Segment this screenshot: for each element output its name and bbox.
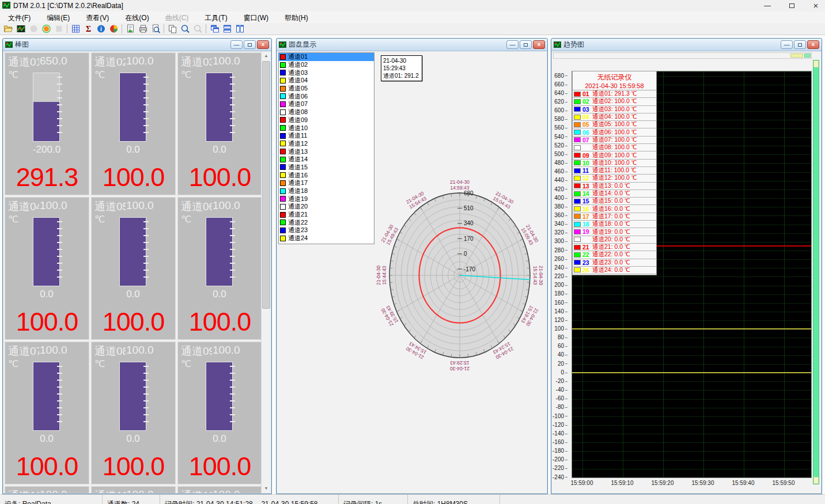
svg-text:14:59:43: 14:59:43 [450,185,469,191]
legend-row[interactable]: 22通道22: 0.0 ℃ [573,251,656,259]
minimize-button[interactable]: — [781,40,793,49]
zoom-icon[interactable] [179,24,191,35]
legend-row[interactable]: 14通道14: 0.0 ℃ [573,190,656,198]
legend-channel-value: 通道12: 100.0 ℃ [592,174,637,182]
bar-window-scrollbar[interactable]: ▲ ▼ [261,51,271,493]
scroll-down-icon[interactable]: ▼ [262,484,271,493]
legend-row[interactable]: 15通道15: 0.0 ℃ [573,198,656,205]
scale-min-label: 0.0 [178,433,261,445]
close-icon[interactable]: × [807,40,819,49]
statistics-sigma-icon[interactable]: Σ [82,24,94,35]
legend-channel-number: 01 [582,90,592,97]
legend-channel-value: 通道09: 100.0 ℃ [592,151,637,160]
legend-row[interactable]: 02通道02: 100.0 ℃ [573,98,656,105]
legend-row[interactable]: 08通道08: 100.0 ℃ [573,144,656,151]
legend-row[interactable]: 20通道20: 0.0 ℃ [573,236,656,244]
pie-chart-icon[interactable] [107,24,120,35]
legend-row[interactable]: 19通道19: 0.0 ℃ [573,228,656,236]
trend-window-title: 趋势图 [563,40,779,50]
bar-gauge-ticks [57,366,62,428]
minimize-button[interactable]: — [506,40,519,49]
legend-row[interactable]: 21通道21: 0.0 ℃ [573,244,656,251]
scrollbar-button[interactable] [804,54,811,58]
legend-row[interactable]: 09通道09: 100.0 ℃ [573,151,656,159]
scale-min-label: 0.0 [92,289,175,300]
y-axis-label: 500 [552,151,567,157]
y-axis-label: 60 [552,343,567,349]
data-table-icon[interactable] [69,24,82,35]
legend-row[interactable]: 05通道05: 100.0 ℃ [573,121,656,128]
disc-window-title: 圆盘显示 [289,40,505,50]
trend-vertical-scrollbar[interactable] [813,60,819,484]
legend-channel-number: 11 [582,167,592,174]
y-axis-label: -20 [552,378,567,384]
record-icon[interactable] [40,24,52,35]
legend-channel-value: 通道07: 100.0 ℃ [592,136,637,144]
toolbar-separator [122,24,122,33]
scale-min-label: 0.0 [92,144,175,156]
maximize-button[interactable] [520,40,532,49]
disc-window-titlebar[interactable]: 圆盘显示 — × [277,39,547,51]
disc-display-window: 圆盘显示 — × 通道01通道02通道03通道04通道05通道06通道07通道0… [276,38,548,494]
legend-channel-number: 16 [582,206,592,213]
legend-row[interactable]: 03通道03: 100.0 ℃ [573,106,656,113]
legend-row[interactable]: 07通道07: 100.0 ℃ [573,137,656,144]
legend-channel-value: 通道02: 100.0 ℃ [592,97,637,105]
maximize-button[interactable] [244,40,256,49]
open-file-icon[interactable] [2,24,14,35]
trend-line [572,372,811,373]
app-titlebar: DTM 2.0.1 [C:\DTM 2.0.2\RealData] — × [0,0,825,12]
print-preview-icon[interactable] [149,24,162,35]
bar-window-titlebar[interactable]: 棒图 — × [3,39,271,51]
cascade-windows-icon[interactable] [208,24,221,35]
legend-row[interactable]: 18通道18: 0.0 ℃ [573,221,656,228]
print-icon[interactable] [137,24,149,35]
scrollbar-button[interactable] [813,477,819,484]
minimize-button[interactable]: — [230,40,243,49]
legend-row[interactable]: 16通道16: 0.0 ℃ [573,205,656,213]
legend-row[interactable]: 10通道10: 100.0 ℃ [573,160,656,167]
legend-row[interactable]: 13通道13: 0.0 ℃ [573,183,656,190]
channel-name-label: 通道06 [181,199,212,214]
polar-scale-label: -170 [464,266,475,272]
export-file-icon[interactable] [124,24,137,35]
scrollbar-thumb[interactable] [790,54,803,58]
legend-row[interactable]: 11通道11: 100.0 ℃ [573,167,656,175]
tile-vertical-icon[interactable] [233,24,246,35]
legend-row[interactable]: 12通道12: 100.0 ℃ [573,175,656,182]
y-axis-label: -80 [552,404,567,410]
realtime-curve-icon[interactable] [14,24,27,35]
app-close-button[interactable]: × [810,1,822,11]
copy-icon[interactable] [166,24,179,35]
legend-row[interactable]: 01通道01: 291.3 ℃ [573,90,656,98]
legend-color-swatch [574,130,581,135]
legend-row[interactable]: 24通道24: 0.0 ℃ [573,267,656,274]
info-icon[interactable]: i [94,24,107,35]
scrollbar-thumb[interactable] [262,61,270,309]
scrollbar-thumb[interactable] [813,60,819,67]
bar-gauge-cell: 通道09100.0℃0.0100.0 [177,342,262,484]
scale-max-label: 100.0 [213,199,240,212]
legend-row[interactable]: 17通道17: 0.0 ℃ [573,213,656,221]
close-icon[interactable]: × [533,40,545,49]
maximize-button[interactable] [794,40,806,49]
app-minimize-button[interactable]: — [762,1,773,11]
channel-value: 100.0 [5,307,89,337]
app-maximize-button[interactable] [786,1,797,11]
svg-text:15:14:43: 15:14:43 [532,266,538,285]
tile-horizontal-icon[interactable] [221,24,233,35]
trend-horizontal-scrollbar[interactable] [553,52,812,59]
scroll-up-icon[interactable]: ▲ [262,51,271,60]
bar-gauge-ticks [143,366,149,428]
legend-color-swatch [574,245,581,250]
close-icon[interactable]: × [257,40,269,49]
legend-channel-value: 通道20: 0.0 ℃ [592,236,630,244]
legend-row[interactable]: 04通道04: 100.0 ℃ [573,113,656,121]
legend-channel-value: 通道16: 0.0 ℃ [592,205,630,213]
legend-color-swatch [574,115,581,120]
legend-row[interactable]: 23通道23: 0.0 ℃ [573,259,656,267]
trend-window-titlebar[interactable]: 趋势图 — × [551,39,822,51]
x-axis-label: 15:59:40 [732,480,755,486]
bar-chart-window: 棒图 — × 通道01650.0℃-200.0291.3通道02100.0℃0.… [2,38,272,494]
legend-row[interactable]: 06通道06: 100.0 ℃ [573,128,656,136]
